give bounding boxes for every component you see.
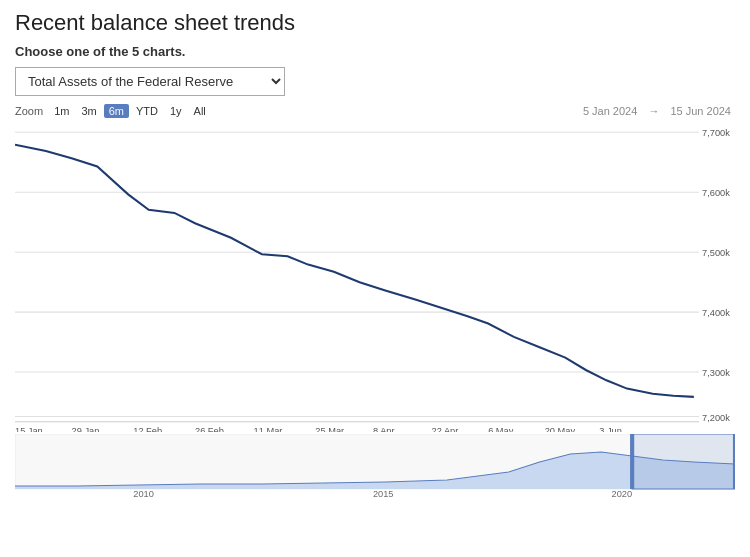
svg-text:7,200k: 7,200k [702,413,730,423]
navigator-container[interactable]: 2010 2015 2020 [15,434,735,499]
svg-text:2020: 2020 [612,489,633,499]
svg-text:7,500k: 7,500k [702,248,730,258]
svg-text:29 Jan: 29 Jan [72,426,100,432]
main-chart-container: 15 Jan 29 Jan 12 Feb 26 Feb 11 Mar 25 Ma… [15,122,735,432]
date-end: 15 Jun 2024 [670,105,731,117]
svg-text:2010: 2010 [133,489,154,499]
mini-chart-svg: 2010 2015 2020 [15,434,735,499]
zoom-btn-3m[interactable]: 3m [76,104,101,118]
svg-text:20 May: 20 May [545,426,576,432]
chart-select[interactable]: Total Assets of the Federal ReserveSecur… [15,67,285,96]
zoom-btn-ytd[interactable]: YTD [131,104,163,118]
main-chart-svg: 15 Jan 29 Jan 12 Feb 26 Feb 11 Mar 25 Ma… [15,122,735,432]
svg-rect-25 [632,434,735,489]
svg-text:25 Mar: 25 Mar [315,426,344,432]
zoom-controls: Zoom 1m3m6mYTD1yAll [15,104,211,118]
svg-text:2015: 2015 [373,489,394,499]
svg-text:26 Feb: 26 Feb [195,426,224,432]
zoom-btn-6m[interactable]: 6m [104,104,129,118]
svg-text:15 Jan: 15 Jan [15,426,43,432]
chart-subtitle: Choose one of the 5 charts. [15,44,735,59]
svg-rect-26 [630,434,634,489]
svg-text:6 May: 6 May [488,426,514,432]
svg-text:12 Feb: 12 Feb [133,426,162,432]
zoom-label: Zoom [15,105,43,117]
svg-text:7,300k: 7,300k [702,368,730,378]
svg-text:7,600k: 7,600k [702,188,730,198]
zoom-btn-1m[interactable]: 1m [49,104,74,118]
date-range: 5 Jan 2024 → 15 Jun 2024 [579,105,735,117]
svg-text:8 Apr: 8 Apr [373,426,395,432]
svg-text:11 Mar: 11 Mar [254,426,283,432]
date-arrow: → [648,105,659,117]
svg-rect-27 [733,434,735,489]
zoom-btn-1y[interactable]: 1y [165,104,187,118]
zoom-btn-all[interactable]: All [189,104,211,118]
svg-text:7,700k: 7,700k [702,128,730,138]
svg-text:22 Apr: 22 Apr [432,426,459,432]
svg-text:3 Jun: 3 Jun [599,426,622,432]
page-title: Recent balance sheet trends [15,10,735,36]
svg-text:7,400k: 7,400k [702,308,730,318]
date-start: 5 Jan 2024 [583,105,637,117]
